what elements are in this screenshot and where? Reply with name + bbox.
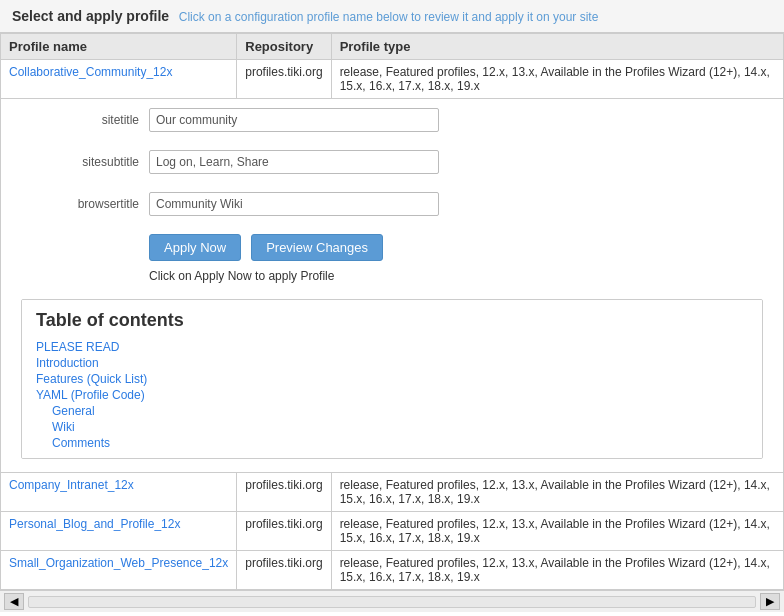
header-bar: Select and apply profile Click on a conf…	[0, 0, 784, 33]
toc-link[interactable]: General	[52, 404, 95, 418]
col-profile-type: Profile type	[331, 34, 783, 60]
col-repository: Repository	[237, 34, 331, 60]
profile-type-cell: release, Featured profiles, 12.x, 13.x, …	[331, 512, 783, 551]
form-buttons-row: Apply NowPreview Changes	[9, 230, 775, 265]
toc-link[interactable]: Wiki	[52, 420, 75, 434]
profile-link[interactable]: Company_Intranet_12x	[9, 478, 134, 492]
toc-item: Features (Quick List)	[36, 371, 748, 387]
form-label-browsertitle: browsertitle	[29, 197, 149, 211]
profile-link[interactable]: Personal_Blog_and_Profile_12x	[9, 517, 180, 531]
toc-link[interactable]: Introduction	[36, 356, 99, 370]
form-label-sitetitle: sitetitle	[29, 113, 149, 127]
table-row: Personal_Blog_and_Profile_12xprofiles.ti…	[1, 512, 784, 551]
toc-list: PLEASE READIntroductionFeatures (Quick L…	[22, 337, 762, 459]
toc-wrapper[interactable]: Table of contentsPLEASE READIntroduction…	[21, 299, 763, 459]
profile-type-cell: release, Featured profiles, 12.x, 13.x, …	[331, 473, 783, 512]
toc-link[interactable]: Comments	[52, 436, 110, 450]
scroll-left-button[interactable]: ◀	[4, 593, 24, 610]
toc-item: Wiki	[36, 419, 748, 435]
profile-link[interactable]: Collaborative_Community_12x	[9, 65, 172, 79]
page-container: Select and apply profile Click on a conf…	[0, 0, 784, 612]
toc-link[interactable]: Features (Quick List)	[36, 372, 147, 386]
expanded-row: sitetitlesitesubtitlebrowsertitleApply N…	[1, 99, 784, 473]
repository-cell: profiles.tiki.org	[237, 512, 331, 551]
form-input-sitetitle[interactable]	[149, 108, 439, 132]
bottom-scrollbar: ◀ ▶	[0, 590, 784, 612]
profile-type-cell: release, Featured profiles, 12.x, 13.x, …	[331, 60, 783, 99]
apply-note: Click on Apply Now to apply Profile	[9, 265, 775, 291]
toc-title: Table of contents	[22, 300, 762, 337]
toc-item: Comments	[36, 435, 748, 451]
form-row: sitetitle	[9, 104, 775, 136]
toc-item: YAML (Profile Code)	[36, 387, 748, 403]
table-row: Small_Organization_Web_Presence_12xprofi…	[1, 551, 784, 590]
profile-type-cell: release, Featured profiles, 12.x, 13.x, …	[331, 551, 783, 590]
apply-now-button[interactable]: Apply Now	[149, 234, 241, 261]
form-input-browsertitle[interactable]	[149, 192, 439, 216]
scroll-track[interactable]	[28, 596, 756, 608]
table-row: Company_Intranet_12xprofiles.tiki.orgrel…	[1, 473, 784, 512]
profile-form: sitetitlesitesubtitlebrowsertitleApply N…	[9, 104, 775, 459]
toc-link[interactable]: PLEASE READ	[36, 340, 119, 354]
page-title: Select and apply profile	[12, 8, 169, 24]
table-row: Collaborative_Community_12xprofiles.tiki…	[1, 60, 784, 99]
toc-link[interactable]: YAML (Profile Code)	[36, 388, 145, 402]
toc-item: General	[36, 403, 748, 419]
repository-cell: profiles.tiki.org	[237, 473, 331, 512]
profiles-table: Profile name Repository Profile type Col…	[0, 33, 784, 590]
profile-link[interactable]: Small_Organization_Web_Presence_12x	[9, 556, 228, 570]
preview-changes-button[interactable]: Preview Changes	[251, 234, 383, 261]
form-label-sitesubtitle: sitesubtitle	[29, 155, 149, 169]
col-profile-name: Profile name	[1, 34, 237, 60]
toc-item: PLEASE READ	[36, 339, 748, 355]
form-row: browsertitle	[9, 188, 775, 220]
repository-cell: profiles.tiki.org	[237, 60, 331, 99]
page-subtitle: Click on a configuration profile name be…	[179, 10, 599, 24]
form-input-sitesubtitle[interactable]	[149, 150, 439, 174]
form-row: sitesubtitle	[9, 146, 775, 178]
toc-item: Introduction	[36, 355, 748, 371]
repository-cell: profiles.tiki.org	[237, 551, 331, 590]
scroll-right-button[interactable]: ▶	[760, 593, 780, 610]
